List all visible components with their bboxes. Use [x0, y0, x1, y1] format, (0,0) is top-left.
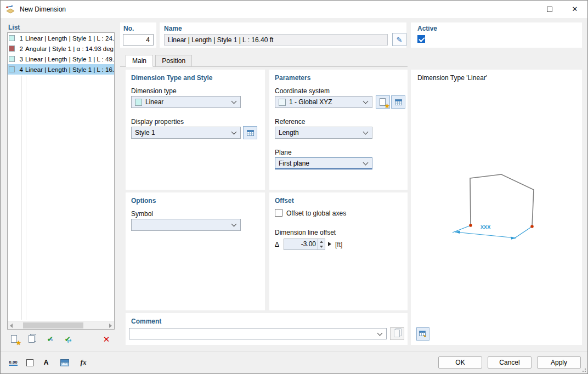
list-item[interactable]: 3 Linear | Length | Style 1 | L : 49.2	[8, 54, 114, 64]
spin-up-icon	[320, 241, 323, 243]
spinner-buttons	[318, 239, 325, 250]
offset-group: Offset Offset to global axes Dimension l…	[269, 192, 408, 310]
cancel-button[interactable]: Cancel	[488, 356, 532, 369]
check-edit-icon: ✔ ✎	[47, 335, 54, 343]
annotation-settings-button[interactable]: A	[39, 355, 53, 370]
delete-dimension-button[interactable]: ✕	[99, 332, 114, 346]
dimension-type-swatch	[135, 99, 142, 106]
dimension-type-label: Dimension type	[131, 87, 177, 95]
reference-value: Length	[279, 129, 299, 137]
display-properties-select[interactable]: Style 1	[131, 127, 241, 139]
offset-title: Offset	[275, 197, 294, 205]
no-field[interactable]: 4	[123, 34, 154, 46]
symbol-select[interactable]	[131, 219, 241, 231]
footer-divider	[1, 352, 587, 352]
plane-label: Plane	[275, 149, 292, 156]
tab-position[interactable]: Position	[155, 55, 192, 67]
new-dimension-dialog: New Dimension ✕ List 1 Linear | Length |…	[0, 0, 588, 374]
name-label: Name	[164, 25, 182, 32]
comment-copy-button[interactable]	[390, 327, 404, 340]
dimension-preview-drawing: xxx	[411, 81, 582, 338]
edit-display-properties-button[interactable]	[243, 126, 257, 139]
visualization-button[interactable]	[58, 355, 72, 370]
no-label: No.	[123, 25, 134, 32]
scrollbar-thumb[interactable]	[23, 322, 83, 328]
dimension-type-select[interactable]: Linear	[131, 96, 241, 108]
dimension-line-offset-label: Dimension line offset	[275, 229, 336, 236]
edit-name-button[interactable]: ✎	[392, 33, 406, 46]
resize-grip[interactable]	[580, 366, 586, 372]
chevron-down-icon	[363, 99, 369, 104]
parameters-group: Parameters Coordinate system 1 - Global …	[269, 70, 408, 190]
comment-input[interactable]	[129, 328, 387, 339]
chevron-down-icon	[231, 129, 237, 135]
units-settings-button[interactable]: 0.00	[6, 355, 20, 370]
spin-up-button[interactable]	[318, 239, 325, 245]
apply-button[interactable]: Apply	[537, 356, 581, 369]
coordinate-system-swatch	[279, 99, 286, 106]
edit-coordinate-system-button[interactable]	[391, 95, 405, 109]
apply-all-button[interactable]: ✔ ⇄	[61, 332, 75, 346]
formula-button[interactable]: fx	[76, 355, 91, 370]
list-item-selected[interactable]: 4 Linear | Length | Style 1 | L : 16.4	[8, 64, 114, 75]
active-checkbox[interactable]	[417, 35, 425, 43]
copy-dimension-button[interactable]	[25, 332, 39, 346]
dimension-list[interactable]: 1 Linear | Length | Style 1 | L : 24.7 2…	[7, 32, 115, 330]
new-dimension-button[interactable]: ★	[7, 332, 21, 346]
chevron-down-icon	[363, 160, 369, 165]
plane-select[interactable]: First plane	[275, 157, 372, 169]
no-card: No. 4	[120, 22, 156, 48]
preview-panel: Dimension Type 'Linear' xxx	[411, 70, 582, 345]
new-item-icon: ★	[380, 98, 387, 106]
dimension-line-offset-spinner[interactable]: -3.00	[284, 239, 325, 250]
plane-value: First plane	[279, 160, 309, 167]
list-item-label: Linear | Length | Style 1 | L : 16.4	[25, 66, 114, 73]
list-item-label: Angular | Style 1 | α : 14.93 deg	[25, 46, 114, 52]
delta-symbol: Δ	[275, 241, 279, 248]
coordinate-system-value: 1 - Global XYZ	[289, 98, 332, 106]
transfer-arrows-icon: ⇄	[67, 338, 71, 343]
star-icon: ★	[16, 340, 21, 346]
name-field[interactable]: Linear | Length | Style 1 | L : 16.40 ft	[164, 34, 388, 46]
coordinate-system-select[interactable]: 1 - Global XYZ	[275, 96, 372, 108]
color-swatch	[9, 56, 15, 62]
scroll-right-icon[interactable]	[109, 324, 112, 328]
comment-group: Comment	[126, 313, 408, 345]
horizontal-scrollbar[interactable]	[8, 321, 114, 329]
color-swatch	[9, 46, 15, 52]
new-coordinate-system-button[interactable]: ★	[376, 95, 390, 109]
dimension-value-label: xxx	[480, 223, 491, 230]
symbol-label: Symbol	[131, 210, 153, 218]
maximize-button[interactable]	[537, 1, 562, 18]
display-box-button[interactable]	[22, 355, 37, 370]
comment-label: Comment	[131, 318, 161, 325]
list-item-label: Linear | Length | Style 1 | L : 24.7	[25, 35, 114, 42]
list-column-divider	[21, 76, 22, 320]
window-controls: ✕	[537, 1, 587, 18]
options-group: Options Symbol	[126, 192, 265, 310]
type-style-title: Dimension Type and Style	[131, 74, 212, 82]
tab-main[interactable]: Main	[126, 55, 153, 67]
square-icon	[26, 359, 33, 366]
new-item-icon: ★	[11, 335, 18, 343]
close-icon: ✕	[572, 5, 578, 13]
ok-button[interactable]: OK	[438, 356, 482, 369]
value-picker-arrow-icon[interactable]	[328, 242, 331, 246]
reference-select[interactable]: Length	[275, 127, 372, 139]
table-arrow-icon	[419, 331, 427, 337]
list-item[interactable]: 2 Angular | Style 1 | α : 14.93 deg	[8, 43, 114, 54]
scroll-left-icon[interactable]	[10, 324, 13, 328]
active-label: Active	[417, 25, 437, 32]
coordinate-system-label: Coordinate system	[275, 87, 330, 95]
color-swatch	[9, 35, 15, 41]
apply-changes-button[interactable]: ✔ ✎	[43, 332, 58, 346]
preview-display-properties-button[interactable]	[416, 327, 429, 341]
spin-down-button[interactable]	[318, 245, 325, 250]
close-button[interactable]: ✕	[562, 1, 587, 18]
table-edit-icon	[247, 130, 254, 136]
decimal-places-icon: 0.00	[9, 360, 18, 366]
list-item[interactable]: 1 Linear | Length | Style 1 | L : 24.7	[8, 33, 114, 43]
window-title: New Dimension	[20, 5, 66, 13]
titlebar[interactable]: New Dimension ✕	[1, 1, 587, 18]
offset-global-axes-checkbox[interactable]	[275, 209, 282, 217]
